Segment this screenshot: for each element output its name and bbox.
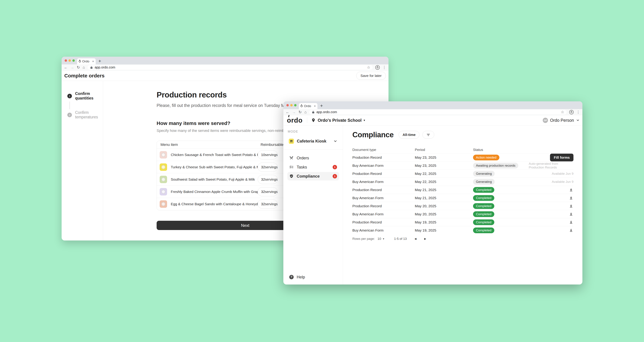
school-selector[interactable]: Ordo's Private School ▾ — [311, 118, 365, 123]
time-range-button[interactable]: All-time — [398, 131, 420, 139]
chevron-down-icon — [333, 139, 337, 143]
forward-icon[interactable]: → — [70, 66, 74, 69]
new-tab-button[interactable]: + — [320, 103, 323, 109]
status-badge: Completed — [473, 228, 494, 233]
table-row: Production Record May 22, 2025 Generatin… — [352, 169, 574, 178]
ordo-logo: ordo — [287, 116, 307, 124]
back-icon[interactable]: ← — [286, 110, 290, 114]
tab-close-icon[interactable]: × — [314, 104, 316, 108]
column-menu-item: Menu item — [160, 142, 258, 147]
page-title: Complete orders — [64, 73, 104, 79]
avatar: OP — [543, 118, 548, 123]
download-icon — [569, 188, 573, 192]
menu-item-photo — [160, 188, 167, 195]
download-button[interactable] — [569, 204, 574, 208]
section-title: Production records — [156, 90, 388, 99]
tab-close-icon[interactable]: × — [92, 59, 94, 63]
sidebar-divider — [283, 149, 343, 149]
chevron-down-icon: ▼ — [382, 238, 384, 240]
url-bar[interactable]: app.ordo.com ☆ — [88, 65, 373, 70]
table-row: Buy American Form May 21, 2025 Completed — [352, 194, 574, 202]
sidebar-item-tasks[interactable]: Tasks 1 — [288, 163, 339, 171]
tab-strip: Ordo × + — [283, 101, 582, 109]
sidebar-item-help[interactable]: ? Help — [289, 275, 305, 280]
download-icon — [569, 212, 573, 216]
browser-menu-icon[interactable]: ⋮ — [382, 65, 386, 70]
minimize-window-button[interactable] — [68, 59, 71, 62]
column-status: Status — [473, 148, 529, 152]
shield-check-icon — [289, 174, 294, 178]
step-connector — [70, 101, 70, 109]
browser-tab[interactable]: Ordo × — [77, 58, 96, 64]
ordo-favicon-icon — [79, 60, 81, 62]
column-period: Period — [415, 148, 473, 152]
table-row: Production Record May 19, 2025 Completed — [352, 218, 574, 226]
menu-item-photo — [160, 151, 167, 159]
browser-profile-icon[interactable] — [375, 65, 380, 70]
traffic-lights — [286, 104, 296, 106]
pagination-range: 1-5 of 13 — [394, 237, 407, 241]
close-window-button[interactable] — [286, 104, 289, 106]
browser-profile-icon[interactable] — [569, 110, 574, 114]
table-row: Production Record May 21, 2025 Completed — [352, 186, 574, 194]
column-document-type: Document type — [352, 148, 415, 152]
download-button[interactable] — [569, 212, 574, 217]
mode-value: Cafeteria Kiosk — [297, 139, 326, 143]
reload-icon[interactable]: ↻ — [77, 66, 80, 69]
location-pin-icon — [311, 118, 316, 122]
servings-input[interactable]: 32servings — [258, 200, 278, 209]
utensils-icon — [289, 156, 294, 160]
download-button[interactable] — [569, 196, 574, 200]
status-badge: Generating — [473, 179, 495, 185]
zoom-window-button[interactable] — [72, 59, 75, 62]
pagination: Rows per page: 10 ▼ 1-5 of 13 ◀ ▶ — [352, 237, 574, 241]
browser-tab[interactable]: Ordo × — [299, 103, 318, 109]
school-name: Ordo's Private School — [318, 118, 362, 123]
zoom-window-button[interactable] — [294, 104, 296, 106]
browser-window-compliance: Ordo × + ← → ↻ ⌂ app.ordo.com ☆ ⋮ ordo O… — [283, 101, 582, 285]
servings-input[interactable]: 32servings — [258, 163, 278, 172]
servings-input[interactable]: 32servings — [258, 175, 278, 184]
servings-input[interactable]: 32servings — [258, 187, 278, 196]
user-menu[interactable]: OP Ordo Person — [543, 118, 580, 123]
step-number: 2 — [67, 113, 72, 117]
servings-input[interactable]: 10servings — [258, 150, 278, 159]
bookmark-star-icon[interactable]: ☆ — [561, 110, 564, 114]
previous-page-button[interactable]: ◀ — [414, 237, 416, 240]
save-for-later-button[interactable]: Save for later — [356, 72, 386, 80]
step-confirm-temperatures[interactable]: 2 Confirm temperatures — [67, 110, 103, 119]
download-button[interactable] — [569, 220, 574, 225]
browser-menu-icon[interactable]: ⋮ — [576, 110, 580, 114]
home-icon[interactable]: ⌂ — [82, 66, 85, 69]
download-button[interactable] — [569, 188, 574, 192]
home-icon[interactable]: ⌂ — [304, 110, 306, 114]
next-page-button[interactable]: ▶ — [424, 237, 426, 240]
status-badge: Completed — [473, 219, 494, 225]
download-icon — [569, 220, 573, 224]
sidebar-item-orders[interactable]: Orders — [288, 154, 339, 162]
forward-icon[interactable]: → — [292, 110, 296, 114]
storefront-icon — [289, 139, 294, 144]
url-bar[interactable]: app.ordo.com ☆ — [309, 110, 566, 114]
minimize-window-button[interactable] — [290, 104, 293, 106]
bookmark-star-icon[interactable]: ☆ — [367, 65, 370, 70]
download-icon — [569, 196, 573, 200]
table-row: Buy American Form May 20, 2025 Completed — [352, 210, 574, 218]
reload-icon[interactable]: ↻ — [298, 110, 302, 114]
back-icon[interactable]: ← — [64, 66, 68, 69]
download-button[interactable] — [569, 228, 574, 233]
mode-selector-cafeteria-kiosk[interactable]: Cafeteria Kiosk — [288, 137, 339, 146]
lock-icon — [90, 66, 93, 69]
tab-strip: Ordo × + — [62, 57, 388, 64]
table-row: Production Record May 23, 2025 Action ne… — [352, 153, 574, 161]
rows-per-page-select[interactable]: 10 — [378, 237, 381, 241]
filter-button[interactable] — [422, 131, 434, 139]
close-window-button[interactable] — [65, 59, 67, 62]
fill-forms-button[interactable]: Fill forms — [550, 154, 574, 161]
status-note: Available Jun 9 — [552, 180, 574, 184]
chevron-down-icon — [576, 118, 580, 122]
step-confirm-quantities[interactable]: 1 Confirm quantities — [67, 91, 103, 100]
browser-toolbar: ← → ↻ ⌂ app.ordo.com ☆ ⋮ — [283, 109, 582, 115]
sidebar-item-compliance[interactable]: Compliance 1 — [288, 172, 339, 180]
new-tab-button[interactable]: + — [98, 58, 101, 64]
